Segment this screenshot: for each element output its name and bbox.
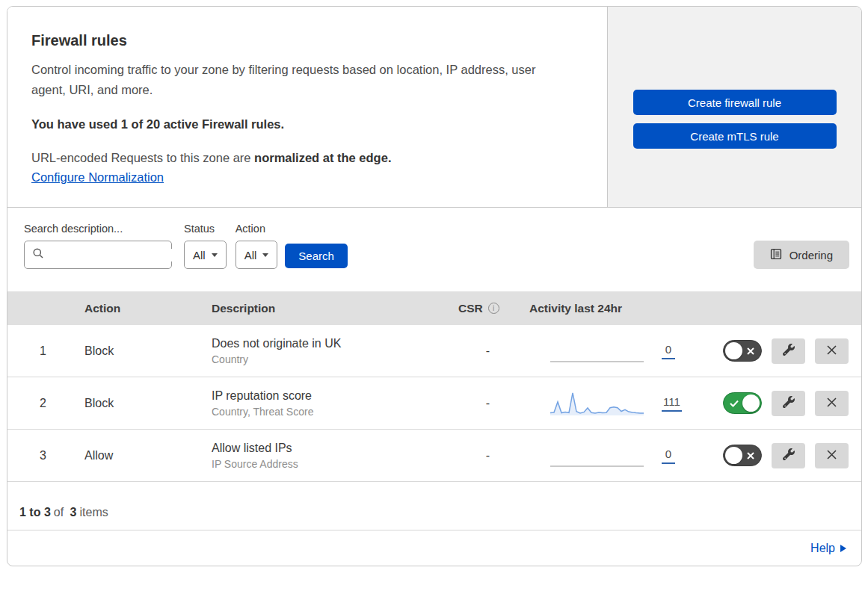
activity-sparkline [550,442,644,470]
arrow-right-icon [840,545,846,552]
create-firewall-rule-button[interactable]: Create firewall rule [633,90,837,115]
toggle-knob [725,447,742,464]
activity-count-link[interactable]: 0 [662,448,675,464]
delete-rule-button[interactable] [815,443,849,468]
help-bar: Help [7,530,861,566]
help-link[interactable]: Help [810,542,846,555]
info-icon[interactable]: i [488,303,499,314]
edit-rule-button[interactable] [772,338,805,364]
rule-action: Block [79,397,206,410]
create-actions-panel: Create firewall rule Create mTLS rule [608,7,861,207]
rule-csr-value: - [452,344,523,358]
search-icon [32,247,44,262]
rule-description-cell: Does not originate in UK Country [206,337,452,365]
create-mtls-rule-button[interactable]: Create mTLS rule [633,123,837,149]
firewall-rules-page: Firewall rules Control incoming traffic … [7,6,862,566]
table-row: 2 Block IP reputation score Country, Thr… [7,377,861,430]
close-icon [826,449,837,462]
normalization-note: URL-encoded Requests to this zone are no… [31,151,577,165]
activity-count-link[interactable]: 0 [662,343,675,359]
normalization-bold: normalized at the edge. [254,151,391,164]
rule-priority: 1 [7,344,79,358]
x-icon [747,452,754,460]
description-column-header: Description [206,302,452,315]
wrench-icon [783,344,795,358]
rule-controls [707,391,861,416]
ordering-list-icon [770,248,782,262]
delete-rule-button[interactable] [815,338,849,364]
rule-enabled-toggle[interactable] [723,392,762,414]
rule-description: Does not originate in UK [212,337,452,350]
rule-priority: 2 [7,397,79,410]
items-label: items [80,506,108,519]
action-label: Action [236,223,278,235]
table-row: 1 Block Does not originate in UK Country… [7,325,861,377]
activity-sparkline [550,389,644,418]
rule-description: Allow listed IPs [212,442,452,455]
rule-description-cell: Allow listed IPs IP Source Address [206,442,452,470]
delete-rule-button[interactable] [815,391,849,416]
table-header-row: Action Description CSR i Activity last 2… [7,291,861,325]
search-label: Search description... [24,223,172,235]
search-box[interactable] [24,241,172,269]
rule-criteria: IP Source Address [212,458,452,470]
check-icon [730,400,739,407]
filter-bar: Search description... Status All Action … [7,208,861,291]
items-total: 3 [70,506,77,519]
ordering-button[interactable]: Ordering [754,241,849,269]
search-group: Search description... [24,223,172,269]
rule-description: IP reputation score [212,389,452,403]
help-link-label: Help [810,542,835,555]
header-section: Firewall rules Control incoming traffic … [7,7,861,208]
action-column-header: Action [79,302,206,315]
status-label: Status [184,223,227,235]
csr-column-header: CSR i [452,302,523,315]
rule-csr-value: - [452,397,523,410]
page-description: Control incoming traffic to your zone by… [31,60,571,99]
rule-enabled-toggle[interactable] [723,340,762,362]
csr-header-label: CSR [458,302,483,315]
status-dropdown-value: All [193,249,206,262]
activity-count-link[interactable]: 111 [662,395,682,412]
toggle-knob [742,394,760,412]
rule-description-cell: IP reputation score Country, Threat Scor… [206,389,452,418]
close-icon [826,344,837,358]
rule-activity-cell: 0 [523,337,707,365]
edit-rule-button[interactable] [772,391,805,416]
activity-sparkline [550,337,644,365]
action-filter-group: Action All [236,223,278,269]
rule-action: Allow [79,449,206,462]
rule-enabled-toggle[interactable] [723,445,762,466]
rule-csr-value: - [452,449,523,462]
close-icon [826,397,837,410]
edit-rule-button[interactable] [772,443,805,468]
rule-action: Block [79,344,206,358]
action-dropdown-value: All [244,249,257,262]
x-icon [747,347,754,355]
items-count-footer: 1 to 3of 3items [7,482,861,530]
header-intro: Firewall rules Control incoming traffic … [7,7,608,207]
rule-priority: 3 [7,449,79,462]
rule-criteria: Country [212,353,452,365]
status-filter-group: Status All [184,223,227,269]
configure-normalization-link[interactable]: Configure Normalization [31,170,164,185]
search-input[interactable] [50,249,199,262]
toggle-knob [725,342,742,359]
action-dropdown[interactable]: All [236,241,278,269]
table-row: 3 Allow Allow listed IPs IP Source Addre… [7,430,861,482]
status-dropdown[interactable]: All [184,241,227,269]
rule-activity-cell: 0 [523,442,707,470]
usage-note: You have used 1 of 20 active Firewall ru… [31,117,577,131]
items-range: 1 to 3 [19,506,51,519]
search-button[interactable]: Search [285,244,348,268]
chevron-down-icon [212,253,218,257]
ordering-button-label: Ordering [789,249,833,262]
rule-activity-cell: 111 [523,389,707,418]
normalization-text: URL-encoded Requests to this zone are [31,151,254,164]
items-of-label: of [54,506,64,519]
wrench-icon [783,396,795,410]
wrench-icon [783,448,795,462]
rule-criteria: Country, Threat Score [212,406,452,418]
activity-column-header: Activity last 24hr [523,302,707,315]
rule-controls [707,443,861,468]
